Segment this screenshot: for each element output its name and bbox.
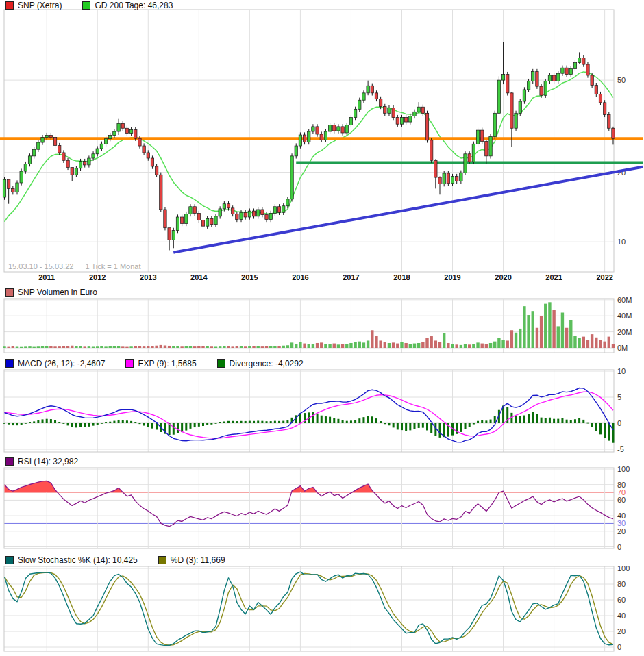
svg-text:2014: 2014 (190, 273, 208, 281)
stoch-k-label: Slow Stochastic %K (14): 10,425 (18, 555, 138, 565)
x-axis-year-labels: 2011201220132014201520162017201820192020… (38, 273, 613, 281)
svg-text:70: 70 (617, 488, 626, 496)
svg-text:100: 100 (617, 465, 630, 473)
svg-text:2017: 2017 (343, 273, 359, 281)
svg-text:2015: 2015 (241, 273, 258, 281)
macd-label: MACD (26, 12): -2,4607 (18, 359, 105, 368)
svg-text:100: 100 (617, 564, 630, 572)
main-price-panel: 502010 (4, 10, 626, 272)
legend-item-volume: SNP Volumen in Euro (5, 288, 97, 297)
stoch-d-swatch-icon (158, 556, 166, 564)
macd-panel: 1050-5 (4, 367, 626, 453)
svg-text:0: 0 (617, 419, 621, 427)
svg-text:5: 5 (617, 393, 621, 401)
svg-text:2012: 2012 (89, 273, 106, 281)
svg-text:2013: 2013 (140, 273, 156, 281)
rsi-overbought-fill (5, 481, 504, 492)
stock-chart-app: SNP (Xetra) GD 200 Tage: 46,283 15.03.10… (0, 0, 644, 656)
chart-info-text: 15.03.10 - 15.03.22 1 Tick = 1 Monat (8, 262, 151, 270)
svg-text:80: 80 (617, 481, 626, 489)
svg-text:60: 60 (617, 496, 626, 504)
candlesticks (3, 42, 615, 251)
svg-text:10: 10 (617, 238, 626, 246)
svg-text:0: 0 (617, 543, 621, 551)
svg-text:2018: 2018 (393, 273, 410, 281)
rsi-label: RSI (14): 32,982 (18, 457, 78, 466)
macd-swatch-icon (5, 359, 14, 368)
legend-item-macd: MACD (26, 12): -2,4607 (5, 359, 105, 368)
svg-text:0M: 0M (617, 344, 628, 352)
exp-swatch-icon (125, 359, 134, 368)
legend-item-divergence: Divergence: -4,0292 (217, 359, 304, 368)
gd200-swatch-icon (82, 1, 90, 10)
volume-swatch-icon (5, 288, 14, 297)
svg-text:40M: 40M (617, 312, 632, 320)
rsi-line (5, 481, 614, 526)
svg-text:20: 20 (617, 627, 626, 635)
date-range-label: 15.03.10 - 15.03.22 (8, 262, 73, 270)
rsi-panel: 1008070604030200 (4, 465, 630, 551)
svg-text:-5: -5 (617, 445, 624, 453)
stochastic-legend: Slow Stochastic %K (14): 10,425 %D (3): … (5, 555, 246, 565)
svg-text:40: 40 (617, 611, 626, 620)
svg-text:0: 0 (617, 643, 621, 651)
main-chart-legend: SNP (Xetra) GD 200 Tage: 46,283 (5, 1, 193, 10)
svg-text:2022: 2022 (596, 273, 612, 281)
snp-series-label: SNP (Xetra) (18, 1, 62, 10)
svg-text:2021: 2021 (545, 273, 562, 281)
svg-text:30: 30 (617, 519, 626, 527)
legend-item-gd200: GD 200 Tage: 46,283 (82, 1, 173, 10)
svg-text:2020: 2020 (495, 273, 511, 281)
rsi-swatch-icon (5, 457, 14, 466)
svg-text:10: 10 (617, 367, 626, 375)
gd200-label: GD 200 Tage: 46,283 (95, 1, 173, 10)
stoch-k-swatch-icon (5, 556, 14, 564)
exp-label: EXP (9): 1,5685 (138, 359, 196, 368)
divergence-label: Divergence: -4,0292 (230, 359, 304, 368)
svg-text:40: 40 (617, 512, 626, 520)
main-overlay-lines (0, 72, 643, 253)
volume-label: SNP Volumen in Euro (18, 288, 97, 297)
svg-text:60M: 60M (617, 296, 632, 304)
legend-item-stoch-k: Slow Stochastic %K (14): 10,425 (5, 555, 138, 565)
legend-item-rsi: RSI (14): 32,982 (5, 457, 78, 466)
legend-item-stoch-d: %D (3): 11,669 (158, 555, 225, 565)
divergence-swatch-icon (217, 359, 225, 368)
snp-series-swatch-icon (5, 1, 14, 10)
rsi-legend: RSI (14): 32,982 (5, 457, 99, 466)
legend-item-snp: SNP (Xetra) (5, 1, 62, 10)
svg-text:50: 50 (617, 76, 626, 84)
stochastic-panel: 100806040200 (4, 564, 630, 651)
volume-legend: SNP Volumen in Euro (5, 288, 118, 297)
macd-legend: MACD (26, 12): -2,4607 EXP (9): 1,5685 D… (5, 359, 324, 368)
macd-histogram (3, 405, 614, 442)
svg-text:2011: 2011 (38, 273, 55, 281)
svg-text:20M: 20M (617, 328, 632, 336)
svg-text:20: 20 (617, 527, 626, 535)
svg-text:60: 60 (617, 596, 626, 604)
svg-text:2016: 2016 (292, 273, 308, 281)
svg-text:2019: 2019 (444, 273, 460, 281)
svg-text:80: 80 (617, 580, 626, 588)
volume-bars (3, 302, 615, 348)
stoch-d-label: %D (3): 11,669 (171, 555, 225, 565)
legend-item-exp: EXP (9): 1,5685 (125, 359, 196, 368)
tick-interval-label: 1 Tick = 1 Monat (85, 262, 140, 270)
stochastic-lines (5, 572, 614, 645)
